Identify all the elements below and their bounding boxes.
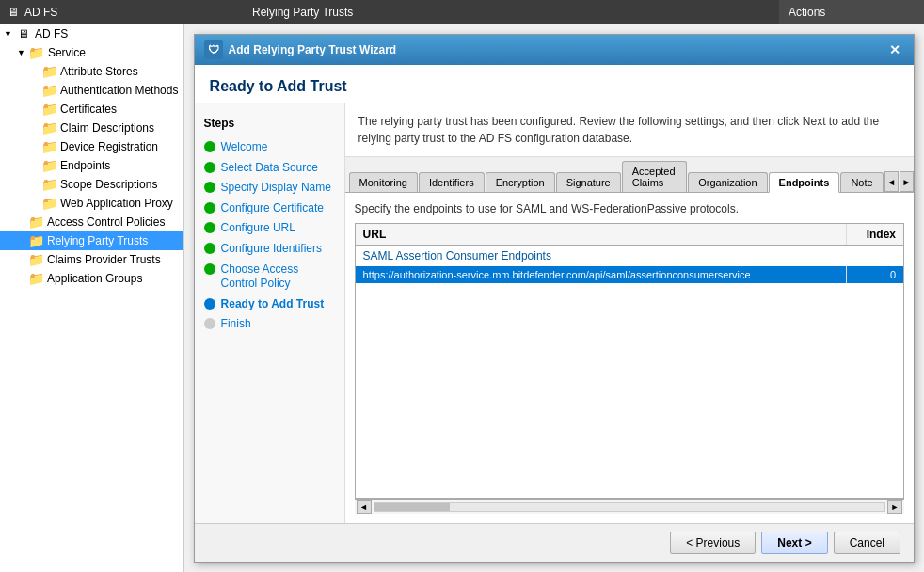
steps-panel: Steps Welcome Select Data Source Specify… xyxy=(195,103,345,523)
step-item-2[interactable]: Specify Display Name xyxy=(195,178,344,199)
folder-icon-2: 📁 xyxy=(41,64,56,79)
sidebar-item-7[interactable]: 📁Endpoints xyxy=(0,156,183,175)
title-bar: 🖥 AD FS Relying Party Trusts Actions xyxy=(0,0,924,24)
folder-icon-5: 📁 xyxy=(41,120,56,135)
sidebar-item-3[interactable]: 📁Authentication Methods xyxy=(0,81,183,100)
table-body: SAML Assertion Consumer Endpoints https:… xyxy=(356,246,903,498)
title-bar-right: Actions xyxy=(779,0,924,24)
step-item-8[interactable]: Finish xyxy=(195,314,344,335)
title-bar-left: 🖥 AD FS xyxy=(0,6,245,19)
title-bar-center: Relying Party Trusts xyxy=(245,6,779,19)
dialog-body: Steps Welcome Select Data Source Specify… xyxy=(195,103,914,523)
wizard-header-title: Ready to Add Trust xyxy=(210,78,899,95)
sidebar-item-1[interactable]: ▼📁Service xyxy=(0,43,183,62)
step-item-0[interactable]: Welcome xyxy=(195,137,344,158)
row-url-0-0: https://authorization-service.mm.bitdefe… xyxy=(356,266,847,283)
scrollbar-thumb[interactable] xyxy=(374,503,450,511)
sidebar-label-12: Claims Provider Trusts xyxy=(47,253,161,266)
dialog-titlebar-left: 🛡 Add Relying Party Trust Wizard xyxy=(204,40,397,59)
tab-note[interactable]: Note xyxy=(840,172,883,192)
dialog-close-button[interactable]: ✕ xyxy=(885,43,904,56)
adfs-icon: 🖥 xyxy=(8,6,19,19)
step-label-3: Configure Certificate xyxy=(221,201,324,216)
sidebar-item-5[interactable]: 📁Claim Descriptions xyxy=(0,119,183,137)
sidebar-item-4[interactable]: 📁Certificates xyxy=(0,100,183,119)
tab-identifiers[interactable]: Identifiers xyxy=(419,172,485,192)
sidebar-item-0[interactable]: ▼🖥AD FS xyxy=(0,24,183,43)
table-row-0-0[interactable]: https://authorization-service.mm.bitdefe… xyxy=(356,266,903,283)
scrollbar-track[interactable] xyxy=(374,502,885,512)
tab-signature[interactable]: Signature xyxy=(556,172,621,192)
sidebar-label-10: Access Control Policies xyxy=(47,215,165,229)
step-dot-6 xyxy=(204,263,215,275)
tab-nav-left-arrow[interactable]: ◄ xyxy=(884,171,899,192)
tab-nav-right-arrow[interactable]: ► xyxy=(900,171,914,192)
sidebar-item-11[interactable]: 📁Relying Party Trusts xyxy=(0,231,183,250)
tab-monitoring[interactable]: Monitoring xyxy=(349,172,418,192)
dialog-titlebar: 🛡 Add Relying Party Trust Wizard ✕ xyxy=(195,35,914,65)
step-item-3[interactable]: Configure Certificate xyxy=(195,199,344,219)
main-layout: ▼🖥AD FS▼📁Service📁Attribute Stores📁Authen… xyxy=(0,24,924,572)
step-dot-1 xyxy=(204,162,215,173)
dialog-footer: < Previous Next > Cancel xyxy=(195,523,914,562)
tab-bar: MonitoringIdentifiersEncryptionSignature… xyxy=(345,157,914,193)
sidebar-item-2[interactable]: 📁Attribute Stores xyxy=(0,62,183,81)
horizontal-scrollbar[interactable]: ◄ ► xyxy=(355,499,904,514)
sidebar-item-6[interactable]: 📁Device Registration xyxy=(0,137,183,156)
scrollbar-left-arrow[interactable]: ◄ xyxy=(357,500,372,514)
table-header: URL Index xyxy=(356,224,903,246)
step-dot-4 xyxy=(204,222,215,233)
previous-button[interactable]: < Previous xyxy=(670,532,756,554)
tab-accepted-claims[interactable]: Accepted Claims xyxy=(622,161,688,192)
sidebar-label-2: Attribute Stores xyxy=(60,65,138,78)
row-index-0-0: 0 xyxy=(847,266,903,283)
sidebar-label-7: Endpoints xyxy=(60,159,110,172)
next-button[interactable]: Next > xyxy=(761,532,827,554)
step-dot-7 xyxy=(204,298,215,310)
sidebar-item-13[interactable]: 📁Application Groups xyxy=(0,269,183,288)
expand-arrow-1: ▼ xyxy=(17,48,25,57)
sidebar-item-8[interactable]: 📁Scope Descriptions xyxy=(0,175,183,194)
folder-icon-9: 📁 xyxy=(41,196,56,211)
step-item-7[interactable]: Ready to Add Trust xyxy=(195,294,344,315)
steps-title: Steps xyxy=(195,113,344,137)
sidebar-label-8: Scope Descriptions xyxy=(60,178,157,191)
sidebar-label-13: Application Groups xyxy=(47,272,142,285)
sidebar-label-4: Certificates xyxy=(60,103,117,116)
sidebar-label-9: Web Application Proxy xyxy=(60,197,173,210)
computer-icon-0: 🖥 xyxy=(16,26,31,41)
step-label-2: Specify Display Name xyxy=(221,181,331,196)
step-item-5[interactable]: Configure Identifiers xyxy=(195,239,344,260)
scrollbar-right-arrow[interactable]: ► xyxy=(887,500,902,514)
tab-encryption[interactable]: Encryption xyxy=(486,172,555,192)
expand-arrow-0: ▼ xyxy=(4,29,12,39)
folder-icon-12: 📁 xyxy=(28,252,43,267)
step-item-4[interactable]: Configure URL xyxy=(195,218,344,239)
tab-endpoints[interactable]: Endpoints xyxy=(769,172,840,193)
step-item-1[interactable]: Select Data Source xyxy=(195,158,344,179)
sidebar-label-11: Relying Party Trusts xyxy=(47,234,148,247)
sidebar-item-12[interactable]: 📁Claims Provider Trusts xyxy=(0,250,183,269)
step-label-7: Ready to Add Trust xyxy=(221,297,325,312)
sidebar-item-10[interactable]: 📁Access Control Policies xyxy=(0,213,183,231)
tab-organization[interactable]: Organization xyxy=(688,172,767,192)
step-label-4: Configure URL xyxy=(221,221,295,236)
step-dot-8 xyxy=(204,318,215,329)
sidebar: ▼🖥AD FS▼📁Service📁Attribute Stores📁Authen… xyxy=(0,24,184,572)
step-label-6: Choose Access Control Policy xyxy=(221,262,335,292)
step-item-6[interactable]: Choose Access Control Policy xyxy=(195,260,344,294)
tab-content: Specify the endpoints to use for SAML an… xyxy=(345,193,914,523)
folder-icon-11: 📁 xyxy=(28,233,43,248)
sidebar-item-9[interactable]: 📁Web Application Proxy xyxy=(0,194,183,213)
step-label-5: Configure Identifiers xyxy=(221,242,322,257)
folder-icon-13: 📁 xyxy=(28,271,43,286)
folder-icon-10: 📁 xyxy=(28,214,43,230)
folder-icon-1: 📁 xyxy=(29,45,44,60)
sidebar-label-3: Authentication Methods xyxy=(60,84,178,97)
endpoints-table: URL Index SAML Assertion Consumer Endpoi… xyxy=(355,223,904,499)
col-index-header: Index xyxy=(847,224,903,245)
right-panel: 🛡 Add Relying Party Trust Wizard ✕ Ready… xyxy=(184,24,924,572)
cancel-button[interactable]: Cancel xyxy=(834,532,900,554)
content-description: The relying party trust has been configu… xyxy=(345,103,914,157)
wizard-icon: 🛡 xyxy=(204,40,223,59)
